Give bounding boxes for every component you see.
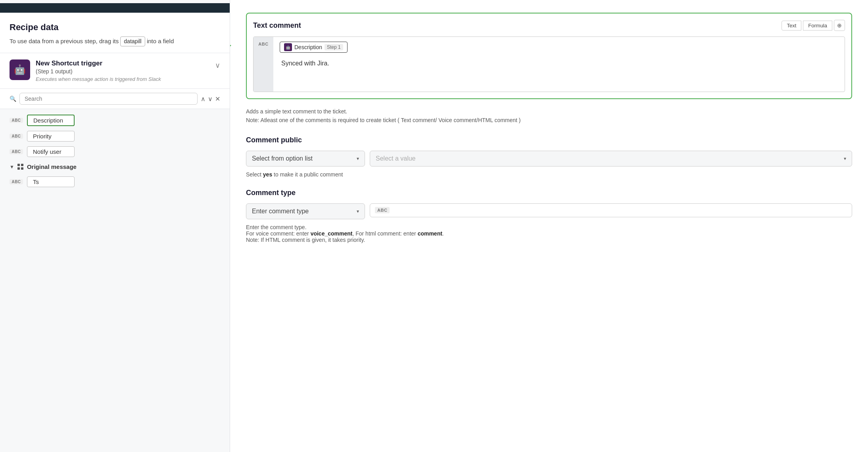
comment-content[interactable]: 🤖 Description Step 1 Synced with Jira. bbox=[273, 37, 845, 92]
trigger-title: New Shortcut trigger bbox=[36, 59, 209, 67]
hint-public: Select yes to make it a public comment bbox=[246, 171, 852, 178]
datapill-ts[interactable]: Ts bbox=[27, 176, 75, 187]
desc-suffix: into a field bbox=[147, 38, 174, 44]
chevron-down-icon[interactable]: ∨ bbox=[215, 61, 220, 70]
chevron-down-icon: ▾ bbox=[844, 156, 846, 161]
search-close-button[interactable]: ✕ bbox=[215, 95, 220, 103]
chevron-down-icon: ▾ bbox=[357, 209, 359, 214]
datapill-type-ts: ABC bbox=[10, 179, 23, 184]
comment-public-title: Comment public bbox=[246, 136, 852, 144]
datapill-notify-user[interactable]: Notify user bbox=[27, 146, 75, 157]
datapill-type-priority: ABC bbox=[10, 134, 23, 139]
html-comment-bold: comment bbox=[418, 230, 442, 237]
trigger-section: 🤖 New Shortcut trigger (Step 1 output) E… bbox=[0, 53, 230, 89]
text-formula-buttons: Text Formula ⊕ bbox=[782, 20, 845, 31]
enter-comment-type-dropdown[interactable]: Enter comment type ▾ bbox=[246, 203, 365, 219]
search-prev-button[interactable]: ∧ bbox=[201, 95, 205, 103]
datapill-example: datapill bbox=[120, 36, 145, 46]
comment-type-row: Enter comment type ▾ ABC bbox=[246, 203, 852, 219]
description-pill: 🤖 Description Step 1 bbox=[280, 42, 348, 53]
recipe-data-section: Recipe data To use data from a previous … bbox=[0, 13, 230, 53]
search-icon: 🔍 bbox=[10, 96, 16, 102]
trigger-desc: Executes when message action is triggere… bbox=[36, 76, 209, 82]
info-line1: Adds a simple text comment to the ticket… bbox=[246, 107, 852, 116]
comment-type-input[interactable] bbox=[391, 207, 847, 214]
expand-button[interactable]: ⊕ bbox=[834, 20, 845, 31]
select-value-dropdown[interactable]: Select a value ▾ bbox=[370, 151, 852, 167]
original-message-section: ▼ Original message bbox=[10, 159, 220, 174]
list-item: ABC Description bbox=[10, 112, 220, 128]
recipe-data-desc: To use data from a previous step, drag i… bbox=[10, 36, 220, 46]
chevron-down-icon: ▾ bbox=[357, 156, 359, 161]
select-from-option-label: Select from option list bbox=[252, 155, 313, 162]
hint-type-line1: Enter the comment type. bbox=[246, 224, 852, 230]
search-input[interactable] bbox=[19, 93, 198, 105]
trigger-icon: 🤖 bbox=[10, 59, 30, 80]
info-text: Adds a simple text comment to the ticket… bbox=[246, 107, 852, 125]
description-robot-icon: 🤖 bbox=[284, 43, 292, 51]
list-item: ABC Ts bbox=[10, 174, 220, 190]
list-item: ABC Notify user bbox=[10, 144, 220, 159]
info-line2: Note: Atleast one of the comments is req… bbox=[246, 116, 852, 124]
grid-icon bbox=[17, 164, 24, 170]
search-controls: ∧ ∨ ✕ bbox=[201, 95, 220, 103]
collapse-icon[interactable]: ▼ bbox=[10, 164, 14, 170]
voice-comment-bold: voice_comment bbox=[311, 230, 353, 237]
hint-type-line2: For voice comment: enter voice_comment, … bbox=[246, 230, 852, 237]
datapill-type-desc: ABC bbox=[10, 118, 23, 123]
svg-line-1 bbox=[230, 45, 231, 172]
desc-prefix: To use data from a previous step, drag i… bbox=[10, 38, 119, 44]
list-item: ABC Priority bbox=[10, 128, 220, 144]
abc-label: ABC bbox=[258, 42, 268, 46]
step-badge: Step 1 bbox=[325, 44, 343, 50]
original-message-title: Original message bbox=[27, 163, 77, 170]
text-button[interactable]: Text bbox=[782, 21, 801, 31]
select-from-option-dropdown[interactable]: Select from option list ▾ bbox=[246, 151, 365, 167]
hint-type-line3: Note: If HTML comment is given, it takes… bbox=[246, 237, 852, 243]
trigger-info: New Shortcut trigger (Step 1 output) Exe… bbox=[36, 59, 209, 82]
abc-badge: ABC bbox=[375, 207, 390, 213]
datapill-type-notify: ABC bbox=[10, 149, 23, 154]
type-input-wrapper[interactable]: ABC bbox=[370, 203, 852, 217]
datapill-priority[interactable]: Priority bbox=[27, 131, 75, 142]
text-comment-title: Text comment bbox=[253, 21, 301, 30]
robot-icon: 🤖 bbox=[14, 64, 26, 75]
datapill-description[interactable]: Description bbox=[27, 115, 75, 126]
hint-type: Enter the comment type. For voice commen… bbox=[246, 224, 852, 243]
comment-public-row: Select from option list ▾ Select a value… bbox=[246, 151, 852, 167]
text-comment-box: Text comment Text Formula ⊕ ABC 🤖 Descri… bbox=[246, 13, 852, 99]
comment-input-area[interactable]: ABC 🤖 Description Step 1 Synced with Jir… bbox=[253, 36, 845, 92]
datapill-list: ABC Description ABC Priority ABC Notify … bbox=[0, 109, 230, 452]
recipe-data-title: Recipe data bbox=[10, 22, 220, 33]
trigger-subtitle: (Step 1 output) bbox=[36, 68, 209, 75]
formula-button[interactable]: Formula bbox=[803, 21, 832, 31]
enter-comment-type-label: Enter comment type bbox=[252, 208, 309, 215]
comment-sidebar: ABC bbox=[253, 37, 273, 92]
top-bar bbox=[0, 3, 230, 13]
description-pill-label: Description bbox=[294, 44, 322, 50]
search-next-button[interactable]: ∨ bbox=[208, 95, 213, 103]
comment-type-title: Comment type bbox=[246, 189, 852, 197]
comment-text: Synced with Jira. bbox=[280, 60, 838, 67]
text-comment-header: Text comment Text Formula ⊕ bbox=[253, 20, 845, 31]
select-value-label: Select a value bbox=[376, 155, 416, 162]
right-panel: Text comment Text Formula ⊕ ABC 🤖 Descri… bbox=[230, 0, 868, 452]
search-bar: 🔍 ∧ ∨ ✕ bbox=[0, 89, 230, 109]
